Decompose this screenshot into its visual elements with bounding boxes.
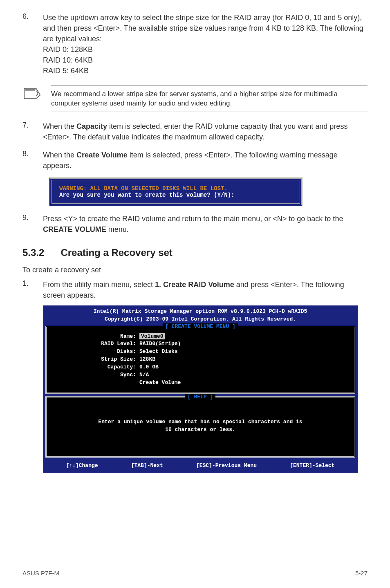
disks-value[interactable]: Select Disks: [139, 348, 345, 356]
intro-text: To create a recovery set: [22, 266, 368, 274]
step-text: Use the up/down arrow key to select the …: [43, 12, 368, 76]
help-panel: [ HELP ] Enter a unique volume name that…: [45, 396, 355, 458]
strip-size-label: Strip Size:: [56, 356, 139, 364]
create-volume-panel: [ CREATE VOLUME MENU ] Name: Volume0 RAI…: [45, 326, 355, 394]
text: Press <Y> to create the RAID volume and …: [43, 215, 343, 223]
warning-dialog: WARNING: ALL DATA ON SELECTED DISKS WILL…: [49, 177, 303, 206]
note-icon: [22, 85, 51, 103]
step-text: When the Create Volume item is selected,…: [43, 150, 368, 171]
disks-label: Disks:: [56, 348, 139, 356]
help-line1: Enter a unique volume name that has no s…: [55, 418, 346, 426]
panel-title: [ HELP ]: [185, 394, 215, 400]
step-8: 8. When the Create Volume item is select…: [22, 150, 368, 171]
warning-inner: WARNING: ALL DATA ON SELECTED DISKS WILL…: [52, 180, 300, 204]
text: When the: [43, 151, 76, 159]
step-number: 8.: [22, 150, 43, 171]
text: When the: [43, 122, 76, 130]
bold-term: CREATE VOLUME: [43, 225, 106, 233]
warning-line1: WARNING: ALL DATA ON SELECTED DISKS WILL…: [59, 185, 292, 192]
bios-screenshot: Intel(R) Matrix Storage Manager option R…: [43, 305, 358, 473]
help-line2: 16 characters or less.: [55, 426, 346, 434]
step-text: Press <Y> to create the RAID volume and …: [43, 213, 368, 235]
section-number: 5.3.2: [22, 247, 44, 258]
step-6: 6. Use the up/down arrow key to select t…: [22, 12, 368, 76]
page-footer: ASUS P7F-M 5-27: [22, 570, 368, 577]
capacity-label: Capacity:: [56, 364, 139, 371]
step-number: 6.: [22, 12, 43, 76]
step6-line3: RAID 5: 64KB: [43, 65, 368, 76]
step-number: 7.: [22, 121, 43, 142]
sync-label: Sync:: [56, 371, 139, 379]
strip-size-value[interactable]: 128KB: [139, 356, 345, 364]
raid-level-label: RAID Level:: [56, 340, 139, 348]
footer-right: 5-27: [355, 570, 368, 577]
step-1: 1. From the utility main menu, select 1.…: [22, 279, 368, 301]
raid-level-value[interactable]: RAID0(Stripe): [139, 340, 345, 348]
step-7: 7. When the Capacity item is selected, e…: [22, 121, 368, 142]
key-previous: [ESC]-Previous Menu: [196, 462, 257, 469]
step-number: 1.: [22, 279, 43, 301]
key-next: [TAB]-Next: [131, 462, 163, 469]
step-number: 9.: [22, 213, 43, 235]
bold-term: Capacity: [76, 122, 107, 130]
footer-left: ASUS P7F-M: [22, 570, 59, 577]
key-select: [ENTER]-Select: [290, 462, 334, 469]
name-input[interactable]: Volume0: [139, 333, 165, 339]
name-label: Name:: [56, 333, 139, 341]
section-heading: 5.3.2 Creating a Recovery set: [22, 247, 368, 258]
text: From the utility main menu, select: [43, 281, 155, 289]
section-title: Creating a Recovery set: [61, 247, 172, 258]
create-volume-form: Name: Volume0 RAID Level: RAID0(Stripe) …: [47, 327, 354, 393]
panel-title: [ CREATE VOLUME MENU ]: [163, 323, 238, 330]
capacity-value[interactable]: 0.0 GB: [139, 364, 345, 371]
bios-title-line2: Copyright(C) 2003-09 Intel Corporation. …: [45, 316, 355, 323]
text: menu.: [106, 225, 129, 233]
step-text: When the Capacity item is selected, ente…: [43, 121, 368, 142]
bold-term: Create Volume: [76, 151, 128, 159]
step-text: From the utility main menu, select 1. Cr…: [43, 279, 368, 301]
step6-line1: RAID 0: 128KB: [43, 44, 368, 55]
note-callout: We recommend a lower stripe size for ser…: [22, 85, 368, 112]
note-text: We recommend a lower stripe size for ser…: [51, 85, 368, 112]
sync-value: N/A: [139, 371, 345, 379]
step-9: 9. Press <Y> to create the RAID volume a…: [22, 213, 368, 235]
bold-term: 1. Create RAID Volume: [155, 281, 234, 289]
create-volume-action[interactable]: Create Volume: [139, 379, 345, 387]
key-change: [↑↓]Change: [66, 462, 98, 469]
key-hints: [↑↓]Change [TAB]-Next [ESC]-Previous Men…: [45, 460, 355, 469]
warning-line2: Are you sure you want to create this vol…: [59, 192, 292, 198]
help-text: Enter a unique volume name that has no s…: [47, 397, 354, 456]
step6-text: Use the up/down arrow key to select the …: [43, 13, 363, 43]
bios-title-line1: Intel(R) Matrix Storage Manager option R…: [45, 308, 355, 316]
spacer: [56, 379, 139, 387]
step6-line2: RAID 10: 64KB: [43, 55, 368, 65]
